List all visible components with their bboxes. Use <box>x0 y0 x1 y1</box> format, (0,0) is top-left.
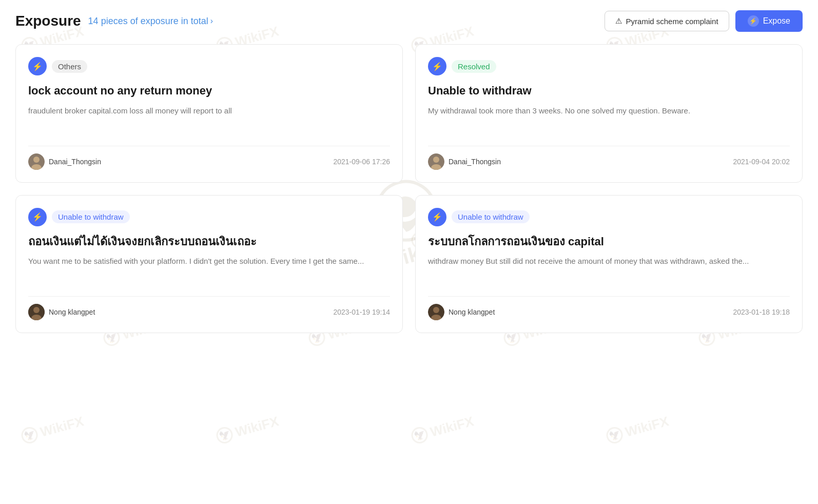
card-1-description: fraudulent broker capital.com loss all m… <box>28 105 390 135</box>
pyramid-complaint-button[interactable]: ⚠ Pyramid scheme complaint <box>605 11 729 31</box>
card-2-author: Danai_Thongsin <box>428 153 501 170</box>
card-2-author-name: Danai_Thongsin <box>449 158 501 166</box>
card-4-tag-row: ⚡ Unable to withdraw <box>428 208 790 226</box>
card-4-footer: Nong klangpet 2023-01-18 19:18 <box>428 296 790 320</box>
svg-point-8 <box>33 307 40 313</box>
expose-btn-label: Expose <box>763 16 790 26</box>
card-3-avatar <box>28 304 45 320</box>
card-1-tag-label: Others <box>52 60 87 73</box>
svg-point-11 <box>433 307 439 313</box>
card-4-author: Nong klangpet <box>428 304 495 320</box>
card-2: ⚡ Resolved Unable to withdraw My withdra… <box>415 44 803 183</box>
watermark-18: 🦅WikiFX <box>215 413 280 445</box>
page-title: Exposure <box>15 13 81 29</box>
chevron-right-icon: › <box>210 16 213 26</box>
card-4: ⚡ Unable to withdraw ระบบกลโกลการถอนเงิน… <box>415 195 803 334</box>
card-4-author-name: Nong klangpet <box>449 308 495 316</box>
card-4-date: 2023-01-18 19:18 <box>733 308 790 316</box>
complaint-btn-label: Pyramid scheme complaint <box>626 17 718 26</box>
page-wrapper: 🦅WikiFX 🦅WikiFX 🦅WikiFX 🦅WikiFX 🦅WikiFX … <box>0 0 818 504</box>
card-1-avatar <box>28 153 45 170</box>
card-2-tag-row: ⚡ Resolved <box>428 57 790 75</box>
card-2-tag-icon: ⚡ <box>428 57 446 75</box>
svg-point-5 <box>433 157 439 163</box>
svg-point-2 <box>33 157 40 163</box>
card-1-date: 2021-09-06 17:26 <box>333 158 390 166</box>
card-3-author-name: Nong klangpet <box>49 308 95 316</box>
card-3: ⚡ Unable to withdraw ถอนเงินแต่ไม่ได้เงิ… <box>15 195 403 334</box>
card-1: ⚡ Others lock account no any return mone… <box>15 44 403 183</box>
card-1-tag-icon: ⚡ <box>28 57 47 75</box>
card-3-tag-label: Unable to withdraw <box>52 210 130 223</box>
card-4-avatar <box>428 304 444 320</box>
card-3-description: You want me to be satisfied with your pl… <box>28 255 390 286</box>
card-1-author-name: Danai_Thongsin <box>49 158 101 166</box>
card-1-footer: Danai_Thongsin 2021-09-06 17:26 <box>28 146 390 170</box>
card-3-date: 2023-01-19 19:14 <box>333 308 390 316</box>
expose-button[interactable]: ⚡ Expose <box>735 10 803 32</box>
header-right: ⚠ Pyramid scheme complaint ⚡ Expose <box>605 10 803 32</box>
card-2-avatar <box>428 153 444 170</box>
card-4-tag-label: Unable to withdraw <box>452 210 530 223</box>
exposure-count-link[interactable]: 14 pieces of exposure in total › <box>88 16 213 27</box>
expose-icon: ⚡ <box>748 15 759 27</box>
card-3-tag-row: ⚡ Unable to withdraw <box>28 208 390 226</box>
card-3-author: Nong klangpet <box>28 304 95 320</box>
card-1-author: Danai_Thongsin <box>28 153 101 170</box>
header: Exposure 14 pieces of exposure in total … <box>15 10 803 32</box>
card-1-tag-row: ⚡ Others <box>28 57 390 75</box>
card-3-tag-icon: ⚡ <box>28 208 47 226</box>
exposure-count-text: 14 pieces of exposure in total <box>88 16 208 27</box>
watermark-17: 🦅WikiFX <box>20 413 85 445</box>
card-2-footer: Danai_Thongsin 2021-09-04 20:02 <box>428 146 790 170</box>
card-4-tag-icon: ⚡ <box>428 208 446 226</box>
card-4-title: ระบบกลโกลการถอนเงินของ capital <box>428 235 790 249</box>
header-left: Exposure 14 pieces of exposure in total … <box>15 13 213 29</box>
watermark-20: 🦅WikiFX <box>605 413 670 445</box>
watermark-19: 🦅WikiFX <box>410 413 475 445</box>
card-4-description: withdraw money But still did not receive… <box>428 255 790 286</box>
card-3-footer: Nong klangpet 2023-01-19 19:14 <box>28 296 390 320</box>
card-2-description: My withdrawal took more than 3 weeks. No… <box>428 105 790 135</box>
cards-grid: ⚡ Others lock account no any return mone… <box>15 44 803 333</box>
warning-icon: ⚠ <box>615 16 622 26</box>
card-2-tag-label: Resolved <box>452 60 496 73</box>
card-2-title: Unable to withdraw <box>428 84 790 99</box>
card-2-date: 2021-09-04 20:02 <box>733 158 790 166</box>
card-3-title: ถอนเงินแต่ไม่ได้เงินจงยกเลิกระบบถอนเงินเ… <box>28 235 390 249</box>
card-1-title: lock account no any return money <box>28 84 390 99</box>
